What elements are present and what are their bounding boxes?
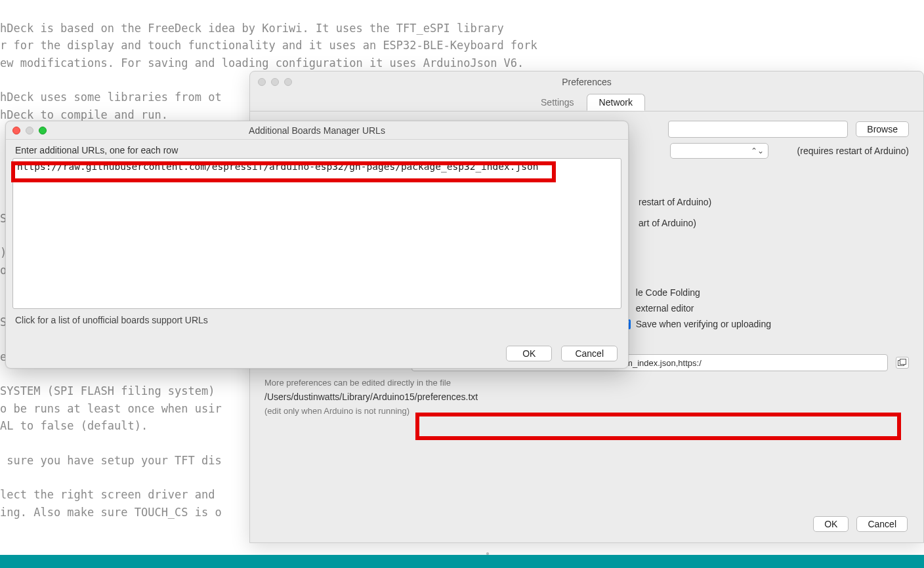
urls-ok-button[interactable]: OK [506,346,552,361]
check-external-editor[interactable]: external editor [621,303,771,314]
urls-textarea[interactable] [12,158,621,309]
chevron-up-down-icon: ⌃⌄ [751,146,764,155]
urls-titlebar: Additional Boards Manager URLs [6,121,628,140]
language-select[interactable]: ⌃⌄ [670,143,768,159]
prefs-ok-button[interactable]: OK [813,516,849,532]
check-code-folding[interactable]: le Code Folding [621,287,771,298]
highlight-box-prefs [415,413,901,440]
urls-hint-link[interactable]: Click for a list of unofficial boards su… [12,311,621,325]
more-prefs-line1: More preferences can be edited directly … [264,378,909,388]
restart-note: (requires restart of Arduino) [797,146,909,156]
status-bar [0,555,924,568]
sketchbook-location-field[interactable] [668,121,848,138]
urls-dialog-title: Additional Boards Manager URLs [6,125,628,136]
open-urls-dialog-icon[interactable] [896,357,909,369]
preferences-title: Preferences [250,77,923,87]
preferences-titlebar: Preferences [250,71,923,92]
check-save-verify[interactable]: Save when verifying or uploading [621,319,771,329]
urls-cancel-button[interactable]: Cancel [561,346,618,361]
urls-footer: OK Cancel [506,346,618,361]
browse-button[interactable]: Browse [856,121,909,137]
more-prefs-path: /Users/dustinwatts/Library/Arduino15/pre… [264,392,909,402]
svg-rect-1 [900,359,906,365]
urls-instruction: Enter additional URLs, one for each row [12,145,621,158]
preferences-footer: OK Cancel [813,516,908,532]
prefs-cancel-button[interactable]: Cancel [856,516,908,532]
boards-urls-dialog: Additional Boards Manager URLs Enter add… [5,121,629,369]
tab-network[interactable]: Network [587,94,645,111]
preferences-tabs: Settings Network [250,94,923,112]
tab-settings[interactable]: Settings [528,94,587,111]
